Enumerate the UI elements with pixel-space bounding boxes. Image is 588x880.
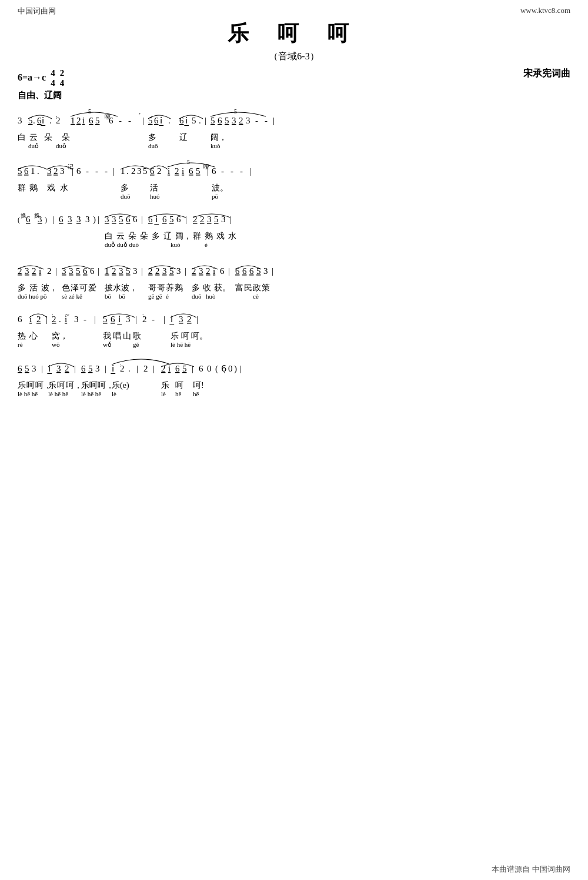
svg-text:i: i	[29, 314, 32, 324]
svg-text:泽: 泽	[71, 283, 79, 292]
svg-text:6: 6	[176, 215, 181, 224]
svg-text:3: 3	[199, 266, 203, 276]
footer-source-label: 本曲谱源自	[492, 864, 530, 875]
svg-text:lè: lè	[161, 390, 166, 397]
svg-text:3: 3	[56, 364, 61, 373]
svg-text:|: |	[141, 215, 143, 224]
svg-text:5: 5	[88, 108, 91, 115]
svg-text:5: 5	[126, 266, 131, 276]
svg-text:2: 2	[54, 166, 58, 176]
svg-text:水: 水	[60, 183, 68, 192]
svg-text:0: 0	[228, 364, 233, 373]
svg-text:5: 5	[169, 215, 174, 224]
svg-text:5: 5	[18, 166, 22, 176]
svg-text:5: 5	[192, 116, 196, 125]
svg-text:朵: 朵	[140, 232, 148, 240]
svg-text:gē gē: gē gē	[148, 293, 162, 300]
svg-text:3: 3	[60, 166, 65, 176]
svg-text:|: |	[136, 364, 138, 373]
svg-text:2: 2	[32, 266, 36, 276]
svg-text:辽: 辽	[163, 232, 172, 240]
svg-text:-: -	[86, 166, 89, 176]
svg-text:6: 6	[126, 215, 131, 224]
svg-text:3: 3	[162, 266, 167, 276]
svg-text:.: .	[128, 364, 131, 373]
svg-text:5: 5	[103, 314, 108, 324]
svg-text:5: 5	[211, 116, 215, 125]
svg-text:6: 6	[154, 116, 159, 125]
svg-text:|: |	[53, 215, 55, 224]
svg-text:pō: pō	[212, 193, 219, 200]
svg-text:|: |	[273, 116, 275, 125]
svg-text:朵: 朵	[44, 133, 52, 142]
svg-text:乐: 乐	[18, 381, 26, 390]
svg-text:.: .	[126, 166, 129, 176]
svg-text:3: 3	[32, 364, 36, 373]
svg-text:波，: 波，	[121, 283, 138, 292]
svg-text:6: 6	[89, 116, 93, 125]
svg-text:5: 5	[148, 116, 153, 125]
svg-text:云: 云	[29, 133, 38, 142]
svg-text:朵: 朵	[128, 232, 136, 240]
composer-label: 宋承宪词曲	[523, 68, 570, 80]
svg-text:|: |	[207, 166, 209, 176]
svg-text:bō: bō	[119, 293, 126, 300]
svg-text:3: 3	[85, 215, 90, 224]
svg-text:2: 2	[192, 266, 196, 276]
svg-text:|: |	[98, 266, 99, 276]
svg-text:6: 6	[162, 215, 167, 224]
svg-text:呵。: 呵。	[191, 332, 208, 340]
svg-text:-: -	[221, 166, 224, 176]
svg-text:2: 2	[157, 166, 162, 176]
svg-text:|: |	[205, 116, 206, 125]
svg-text:哥: 哥	[148, 283, 156, 292]
svg-text:5: 5	[25, 364, 29, 373]
svg-text:白: 白	[105, 232, 113, 240]
svg-text:6: 6	[76, 166, 81, 176]
svg-text:水: 水	[113, 283, 121, 292]
svg-text:hē: hē	[193, 390, 199, 397]
svg-text:活: 活	[29, 283, 38, 292]
svg-text:3: 3	[176, 266, 181, 276]
svg-text:5: 5	[119, 215, 123, 224]
svg-text:养: 养	[166, 283, 174, 292]
svg-text:|: |	[41, 364, 43, 373]
svg-text:i̲: i̲	[184, 116, 189, 126]
svg-text:乐: 乐	[81, 381, 89, 390]
svg-text:-: -	[105, 166, 108, 176]
svg-text:心: 心	[29, 332, 38, 340]
svg-text:|: |	[135, 314, 137, 324]
svg-text:5: 5	[182, 364, 187, 373]
svg-text:.: .	[49, 116, 52, 125]
svg-text:|: |	[185, 215, 187, 224]
svg-text:3: 3	[133, 266, 138, 276]
svg-text:披: 披	[105, 283, 113, 292]
svg-text:cè: cè	[253, 293, 259, 300]
svg-text:.: .	[199, 116, 201, 125]
svg-text:3: 3	[126, 314, 131, 324]
svg-text:duō: duō	[148, 142, 158, 149]
svg-text:呵: 呵	[57, 381, 65, 390]
svg-text:呵: 呵	[181, 332, 189, 340]
svg-text:): )	[93, 215, 96, 225]
svg-text:2: 2	[52, 314, 56, 324]
svg-text:|: |	[240, 364, 242, 373]
svg-text:色: 色	[62, 283, 70, 292]
svg-text:窝，: 窝，	[52, 332, 68, 340]
svg-text:|: |	[113, 166, 115, 176]
svg-text:5: 5	[187, 159, 190, 165]
svg-text:duǒ: duǒ	[28, 142, 39, 149]
svg-text:(: (	[215, 364, 218, 374]
svg-text:2: 2	[206, 266, 211, 276]
svg-text:i: i	[182, 166, 184, 176]
svg-text:|: |	[46, 314, 48, 324]
svg-text:|: |	[72, 166, 74, 176]
svg-text:sè zé kě: sè zé kě	[62, 293, 82, 300]
svg-text:6: 6	[220, 266, 225, 276]
svg-text:群: 群	[193, 232, 201, 240]
svg-text:|: |	[55, 266, 57, 276]
svg-text:|: |	[94, 314, 96, 324]
svg-text:lè hē hē: lè hē hē	[18, 390, 38, 397]
svg-text:政: 政	[253, 283, 261, 292]
svg-text:1: 1	[31, 166, 35, 176]
